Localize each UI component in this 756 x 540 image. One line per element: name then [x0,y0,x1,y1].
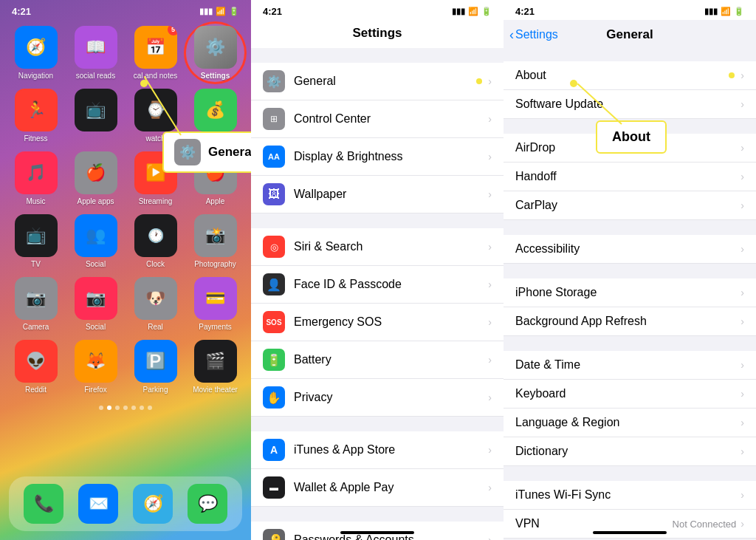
update-dot [476,78,482,84]
page-dots [0,400,251,413]
settings-row-wallet[interactable]: ▬ Wallet & Apple Pay › [251,469,504,507]
app-social-reads[interactable]: 📖 social reads [69,26,123,80]
page-dot [115,406,120,410]
about-dot [729,72,735,78]
app-icon-img: 📷 [15,277,58,320]
settings-status-icons: ▮▮▮ 📶 🔋 [452,7,492,16]
app-label: Parking [143,386,168,394]
scroll-indicator [593,531,667,534]
app-firefox[interactable]: 🦊 Firefox [69,340,123,394]
settings-row-privacy[interactable]: ✋ Privacy › [251,379,504,417]
back-button[interactable]: ‹ Settings [509,27,558,43]
app-music[interactable]: 🎵 Music [9,151,63,205]
settings-time: 4:21 [263,6,282,17]
sos-text: Emergency SOS [294,315,488,329]
siri-text: Siri & Search [294,240,488,253]
dock-mail[interactable]: ✉️ [78,484,118,524]
chevron-icon: › [488,188,492,200]
itunes-text: iTunes & App Store [294,443,488,457]
app-label: Streaming [139,197,173,205]
settings-row-sos[interactable]: SOS Emergency SOS › [251,304,504,341]
battery-icon: 🔋 [481,7,492,16]
dock-messages[interactable]: 💬 [188,484,227,524]
general-row-keyboard[interactable]: Keyboard › [504,380,756,409]
section-separator [504,466,756,481]
general-row-background[interactable]: Background App Refresh › [504,307,756,336]
general-row-handoff[interactable]: Handoff › [504,163,756,191]
app-tv2[interactable]: 📺 TV [9,214,63,268]
chevron-icon: › [488,392,492,403]
settings-row-wallpaper[interactable]: 🖼 Wallpaper › [251,176,504,213]
general-row-vpn[interactable]: VPN Not Connected › [504,510,756,539]
app-label: Photography [194,260,236,268]
app-label: Movie theater [193,386,238,394]
general-row-accessibility[interactable]: Accessibility › [504,235,756,264]
general-row-language[interactable]: Language & Region › [504,409,756,437]
general-row-dictionary[interactable]: Dictionary › [504,437,756,466]
display-text: Display & Brightness [294,150,488,163]
keyboard-text: Keyboard [515,387,740,400]
app-icon-img: 💳 [194,277,237,320]
settings-row-control-center[interactable]: ⊞ Control Center › [251,100,504,138]
app-label: Camera [23,323,49,331]
chevron-icon: › [740,388,744,400]
section-separator [504,336,756,351]
general-group-6: iTunes Wi-Fi Sync › VPN Not Connected › [504,481,756,539]
app-social[interactable]: 👥 Social [69,214,123,268]
app-settings[interactable]: ⚙️ Settings [188,26,242,80]
settings-row-faceid[interactable]: 👤 Face ID & Passcode › [251,266,504,304]
app-reddit[interactable]: 👽 Reddit [9,340,63,394]
app-tv[interactable]: 📺 [69,89,123,143]
phone-icon-img: 📞 [24,484,63,524]
wallet-icon: ▬ [263,476,285,499]
dock-safari[interactable]: 🧭 [133,484,173,524]
app-icon-img: 📸 [194,214,237,257]
settings-row-display[interactable]: AA Display & Brightness › [251,138,504,176]
dock-phone[interactable]: 📞 [24,484,63,524]
section-separator [504,220,756,235]
app-apple-apps[interactable]: 🍎 Apple apps [69,151,123,205]
app-icon-img: 👽 [15,340,58,383]
app-icon-img: 🎬 [194,340,237,383]
general-row-icon: ⚙️ [263,70,285,92]
chevron-icon: › [740,518,744,530]
app-label: Firefox [84,386,107,394]
badge: 5 [168,26,177,35]
app-real[interactable]: 🐶 Real [128,277,182,331]
privacy-text: Privacy [294,391,488,404]
general-row-carplay[interactable]: CarPlay › [504,191,756,220]
general-row-datetime[interactable]: Date & Time › [504,351,756,380]
nav-bar: ‹ Settings General [504,20,756,47]
app-cal-notes[interactable]: 📅 5 cal and notes [128,26,182,80]
app-label: Music [26,197,45,205]
passwords-icon: 🔑 [263,529,285,540]
app-icon-img: 📺 [75,89,117,131]
general-row-storage[interactable]: iPhone Storage › [504,278,756,307]
settings-row-battery[interactable]: 🔋 Battery › [251,341,504,379]
app-payments[interactable]: 💳 Payments [188,277,242,331]
settings-row-itunes[interactable]: A iTunes & App Store › [251,431,504,469]
vpn-status: Not Connected [673,519,737,530]
app-camera[interactable]: 📷 Camera [9,277,63,331]
general-nav-title: General [606,27,653,42]
app-photography[interactable]: 📸 Photography [188,214,242,268]
app-movie[interactable]: 🎬 Movie theater [188,340,242,394]
settings-row-siri[interactable]: ◎ Siri & Search › [251,228,504,266]
faceid-text: Face ID & Passcode [294,278,488,291]
chevron-icon: › [740,171,744,182]
app-label: Reddit [25,386,47,394]
app-fitness[interactable]: 🏃 Fitness [9,89,63,143]
app-parking[interactable]: 🅿️ Parking [128,340,182,394]
home-screen: 4:21 ▮▮▮ 📶 🔋 🧭 Navigation 📖 social reads… [0,0,251,540]
settings-row-general[interactable]: ⚙️ General › [251,63,504,100]
app-navigation[interactable]: 🧭 Navigation [9,26,63,80]
app-clock[interactable]: 🕐 Clock [128,214,182,268]
wifi-icon: 📶 [468,7,478,16]
app-icon-img: 🐶 [134,277,177,320]
settings-group-3: A iTunes & App Store › ▬ Wallet & Apple … [251,431,504,507]
app-label: Fitness [24,134,47,143]
chevron-icon: › [740,417,744,428]
svg-line-0 [144,76,181,135]
app-social2[interactable]: 📷 Social [69,277,123,331]
general-row-itunes-wifi[interactable]: iTunes Wi-Fi Sync › [504,481,756,510]
